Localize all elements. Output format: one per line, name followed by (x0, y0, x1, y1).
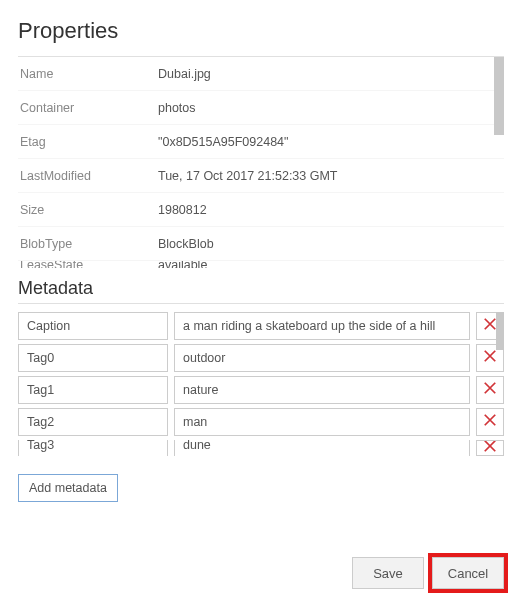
save-button[interactable]: Save (352, 557, 424, 589)
property-label: BlobType (18, 237, 158, 251)
property-label: LeaseState (18, 261, 158, 268)
property-row: Container photos (18, 91, 504, 125)
property-value: 1980812 (158, 203, 504, 217)
cancel-button[interactable]: Cancel (432, 557, 504, 589)
metadata-value-input[interactable] (174, 376, 470, 404)
close-icon (483, 317, 497, 335)
close-icon (483, 413, 497, 431)
metadata-value-input[interactable] (174, 344, 470, 372)
metadata-key-input[interactable] (18, 344, 168, 372)
property-label: LastModified (18, 169, 158, 183)
scrollbar-thumb[interactable] (494, 57, 504, 135)
property-value: photos (158, 101, 504, 115)
metadata-value-input[interactable] (174, 408, 470, 436)
metadata-row (18, 344, 504, 372)
property-label: Size (18, 203, 158, 217)
add-metadata-button[interactable]: Add metadata (18, 474, 118, 502)
property-row: BlobType BlockBlob (18, 227, 504, 261)
property-row: LastModified Tue, 17 Oct 2017 21:52:33 G… (18, 159, 504, 193)
metadata-key-input[interactable] (18, 376, 168, 404)
metadata-scrollbar[interactable] (496, 312, 504, 470)
close-icon (483, 440, 497, 456)
metadata-row (18, 408, 504, 436)
metadata-key-input[interactable] (18, 312, 168, 340)
metadata-row (18, 376, 504, 404)
properties-list: Name Dubai.jpg Container photos Etag "0x… (18, 56, 504, 268)
property-value: "0x8D515A95F092484" (158, 135, 504, 149)
metadata-heading: Metadata (18, 278, 504, 304)
close-icon (483, 381, 497, 399)
property-value: BlockBlob (158, 237, 504, 251)
property-label: Container (18, 101, 158, 115)
properties-scrollbar[interactable] (494, 57, 504, 268)
property-label: Name (18, 67, 158, 81)
metadata-key-input[interactable] (18, 440, 168, 456)
property-row: Etag "0x8D515A95F092484" (18, 125, 504, 159)
property-row: Size 1980812 (18, 193, 504, 227)
property-row: Name Dubai.jpg (18, 57, 504, 91)
dialog-footer: Save Cancel (352, 557, 504, 589)
properties-heading: Properties (18, 18, 504, 44)
metadata-key-input[interactable] (18, 408, 168, 436)
metadata-list (18, 312, 504, 470)
property-label: Etag (18, 135, 158, 149)
metadata-value-input[interactable] (174, 312, 470, 340)
metadata-row (18, 440, 504, 456)
metadata-row (18, 312, 504, 340)
close-icon (483, 349, 497, 367)
metadata-value-input[interactable] (174, 440, 470, 456)
property-row: LeaseState available (18, 261, 504, 268)
property-value: Tue, 17 Oct 2017 21:52:33 GMT (158, 169, 504, 183)
property-value: Dubai.jpg (158, 67, 504, 81)
property-value: available (158, 261, 504, 268)
scrollbar-thumb[interactable] (496, 312, 504, 350)
